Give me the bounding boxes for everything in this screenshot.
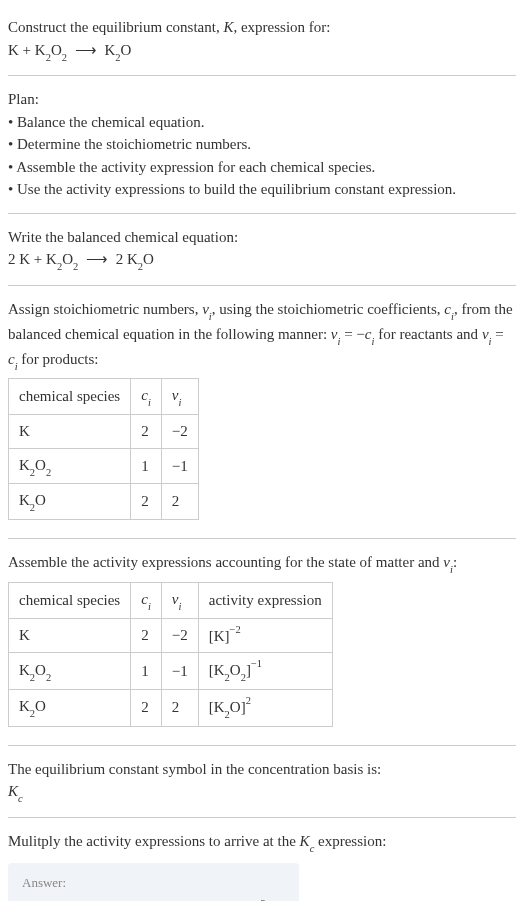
plan-item: Use the activity expressions to build th… xyxy=(8,178,516,201)
text: = xyxy=(491,326,503,342)
text: for products: xyxy=(18,351,99,367)
text: c xyxy=(141,387,148,403)
text: O xyxy=(35,457,46,473)
cell-nu: −1 xyxy=(161,653,198,690)
text: O xyxy=(35,698,46,714)
subscript: 2 xyxy=(30,672,35,683)
cell-species: K2O2 xyxy=(9,653,131,690)
text: Assign stoichiometric numbers, xyxy=(8,301,202,317)
multiply-section: Mulitply the activity expressions to arr… xyxy=(8,822,516,901)
subscript: 2 xyxy=(62,52,67,63)
cell-species: K2O xyxy=(9,484,131,520)
problem-line1: Construct the equilibrium constant, K, e… xyxy=(8,16,516,39)
table-row: K 2 −2 [K]−2 xyxy=(9,618,333,653)
cell-c: 1 xyxy=(131,653,162,690)
table-row: K2O 2 2 xyxy=(9,484,199,520)
text: O xyxy=(35,492,46,508)
reactant: K + K xyxy=(8,42,46,58)
cell-nu: −2 xyxy=(161,415,198,449)
cell-nu: −2 xyxy=(161,618,198,653)
text: K xyxy=(19,627,30,643)
subscript: 2 xyxy=(225,709,230,720)
cell-nu: 2 xyxy=(161,484,198,520)
variable: ν xyxy=(482,326,489,342)
activity-text: Assemble the activity expressions accoun… xyxy=(8,551,516,576)
subscript: i xyxy=(148,397,151,408)
cell-nu: 2 xyxy=(161,689,198,726)
divider xyxy=(8,75,516,76)
plan-item: Assemble the activity expression for eac… xyxy=(8,156,516,179)
multiply-text: Mulitply the activity expressions to arr… xyxy=(8,830,516,855)
subscript: i xyxy=(451,311,454,322)
subscript: i xyxy=(178,601,181,612)
plan-section: Plan: Balance the chemical equation. Det… xyxy=(8,80,516,209)
text: : xyxy=(453,554,457,570)
divider xyxy=(8,285,516,286)
unbalanced-equation: K + K2O2 ⟶ K2O xyxy=(8,39,516,64)
col-nu: νi xyxy=(161,582,198,618)
stoich-text: Assign stoichiometric numbers, νi, using… xyxy=(8,298,516,372)
text: c xyxy=(141,591,148,607)
subscript: 2 xyxy=(115,52,120,63)
text: Assemble the activity expressions accoun… xyxy=(8,554,443,570)
text: The equilibrium constant symbol in the c… xyxy=(8,758,516,781)
text: [K xyxy=(209,662,225,678)
cell-c: 2 xyxy=(131,618,162,653)
text: K xyxy=(19,662,30,678)
table-header-row: chemical species ci νi activity expressi… xyxy=(9,582,333,618)
variable: K xyxy=(300,833,310,849)
section-title: Write the balanced chemical equation: xyxy=(8,226,516,249)
cell-activity: [K2O]2 xyxy=(198,689,332,726)
answer-label: Answer: xyxy=(22,873,285,893)
text: K xyxy=(19,457,30,473)
cell-c: 2 xyxy=(131,689,162,726)
divider xyxy=(8,213,516,214)
col-species: chemical species xyxy=(9,582,131,618)
activity-table: chemical species ci νi activity expressi… xyxy=(8,582,333,727)
cell-c: 2 xyxy=(131,415,162,449)
text: K xyxy=(19,423,30,439)
variable: c xyxy=(8,351,15,367)
balanced-equation-section: Write the balanced chemical equation: 2 … xyxy=(8,218,516,281)
product: O xyxy=(121,42,132,58)
subscript: i xyxy=(450,564,453,575)
reaction-arrow-icon: ⟶ xyxy=(75,39,97,62)
text: , expression for: xyxy=(233,19,330,35)
col-activity: activity expression xyxy=(198,582,332,618)
cell-species: K2O2 xyxy=(9,448,131,484)
subscript: 2 xyxy=(138,261,143,272)
text: O] xyxy=(230,699,246,715)
symbol-section: The equilibrium constant symbol in the c… xyxy=(8,750,516,813)
superscript: −1 xyxy=(251,658,262,669)
subscript: c xyxy=(310,843,315,854)
variable-k: K xyxy=(223,19,233,35)
variable: c xyxy=(365,326,372,342)
subscript: i xyxy=(15,361,18,372)
subscript: 2 xyxy=(73,261,78,272)
subscript: i xyxy=(209,311,212,322)
text: O xyxy=(230,662,241,678)
cell-species: K xyxy=(9,415,131,449)
cell-activity: [K2O2]−1 xyxy=(198,653,332,690)
text: , using the stoichiometric coefficients, xyxy=(212,301,445,317)
divider xyxy=(8,538,516,539)
subscript: 2 xyxy=(46,52,51,63)
activity-section: Assemble the activity expressions accoun… xyxy=(8,543,516,741)
subscript: i xyxy=(337,336,340,347)
cell-c: 1 xyxy=(131,448,162,484)
table-row: K 2 −2 xyxy=(9,415,199,449)
text: K xyxy=(19,492,30,508)
plan-list: Balance the chemical equation. Determine… xyxy=(8,111,516,201)
problem-statement: Construct the equilibrium constant, K, e… xyxy=(8,8,516,71)
cell-activity: [K]−2 xyxy=(198,618,332,653)
col-c: ci xyxy=(131,379,162,415)
subscript: 2 xyxy=(241,672,246,683)
variable-c: c xyxy=(444,301,451,317)
text: Construct the equilibrium constant, xyxy=(8,19,223,35)
balanced-equation: 2 K + K2O2 ⟶ 2 K2O xyxy=(8,248,516,273)
text: Mulitply the activity expressions to arr… xyxy=(8,833,300,849)
product: O xyxy=(143,251,154,267)
table-row: K2O2 1 −1 xyxy=(9,448,199,484)
reactant: O xyxy=(51,42,62,58)
subscript: 2 xyxy=(225,672,230,683)
